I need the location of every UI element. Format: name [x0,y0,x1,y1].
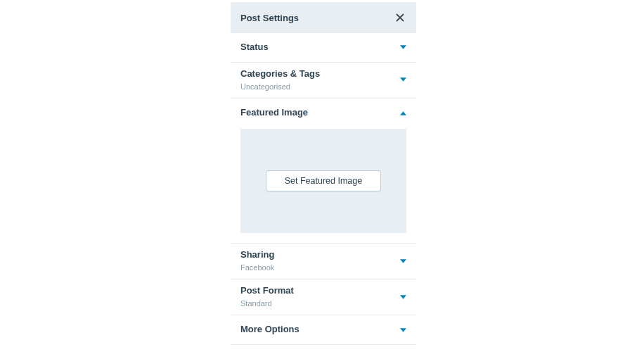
section-status: Status [231,33,416,63]
panel-header: Post Settings [231,2,416,33]
section-sharing-title: Sharing [240,249,274,261]
section-categories-row[interactable]: Categories & Tags Uncategorised [231,63,416,98]
post-settings-panel: Post Settings Status Categories & Tags U… [231,2,416,345]
featured-image-dropzone[interactable]: Set Featured Image [240,129,406,233]
section-categories-sub: Uncategorised [240,82,320,92]
section-more-options-row[interactable]: More Options [231,315,416,344]
section-sharing-sub: Facebook [240,263,274,272]
section-post-format-row[interactable]: Post Format Standard [231,279,416,315]
section-featured-title: Featured Image [240,107,308,119]
section-sharing-row[interactable]: Sharing Facebook [231,244,416,279]
section-more-options-text: More Options [240,324,300,336]
section-sharing-text: Sharing Facebook [240,249,274,272]
section-status-text: Status [240,42,269,53]
section-more-options: More Options [231,315,416,345]
chevron-down-icon [399,76,406,83]
chevron-down-icon [399,294,406,301]
section-post-format: Post Format Standard [231,279,416,315]
section-post-format-sub: Standard [240,298,294,308]
chevron-down-icon [399,44,406,51]
section-categories: Categories & Tags Uncategorised [231,63,416,99]
section-status-row[interactable]: Status [231,33,416,62]
section-more-options-title: More Options [240,324,300,336]
set-featured-image-button[interactable]: Set Featured Image [266,170,381,191]
panel-title: Post Settings [240,13,299,23]
featured-image-body: Set Featured Image [231,123,416,243]
section-post-format-title: Post Format [240,285,294,297]
chevron-down-icon [399,258,406,265]
section-featured-row[interactable]: Featured Image [231,99,416,123]
chevron-up-icon [399,110,406,117]
section-status-title: Status [240,42,269,53]
section-featured-text: Featured Image [240,107,308,119]
close-icon[interactable] [394,11,406,24]
section-categories-title: Categories & Tags [240,68,320,80]
section-post-format-text: Post Format Standard [240,285,294,308]
section-sharing: Sharing Facebook [231,244,416,279]
section-featured-image: Featured Image Set Featured Image [231,99,416,244]
section-categories-text: Categories & Tags Uncategorised [240,68,320,92]
chevron-down-icon [399,327,406,334]
